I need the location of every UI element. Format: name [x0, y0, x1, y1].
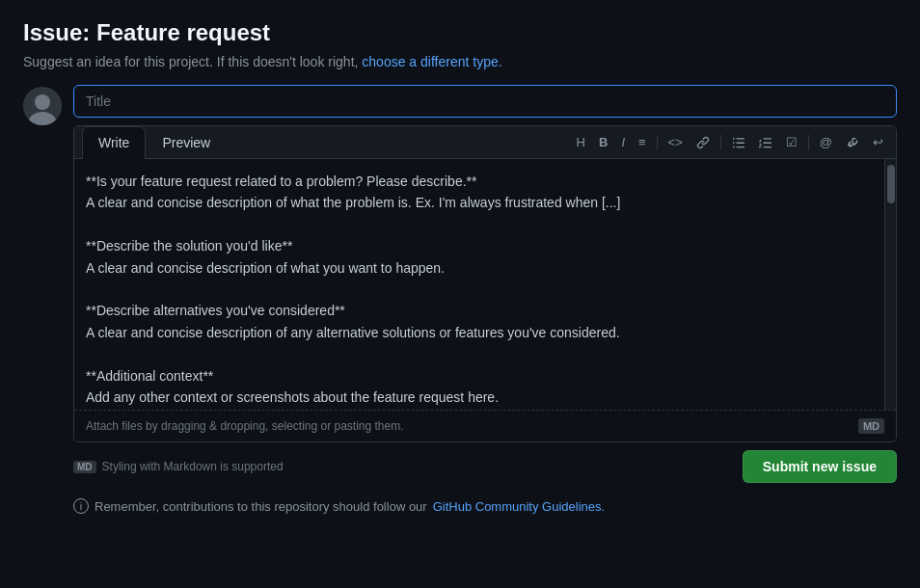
- change-type-link[interactable]: choose a different type.: [362, 54, 501, 69]
- ordered-list-button[interactable]: [754, 132, 777, 153]
- task-list-button[interactable]: ☑: [781, 132, 802, 152]
- subtitle: Suggest an idea for this project. If thi…: [23, 54, 897, 69]
- title-input[interactable]: [73, 85, 897, 118]
- submit-button[interactable]: Submit new issue: [743, 450, 897, 483]
- mention-button[interactable]: @: [815, 132, 837, 152]
- community-note: i Remember, contributions to this reposi…: [73, 498, 897, 514]
- footer-bar: MD Styling with Markdown is supported Su…: [73, 450, 897, 483]
- editor-container: Write Preview H B I ≡ <>: [73, 125, 897, 442]
- svg-point-1: [35, 94, 50, 110]
- heading-button[interactable]: H: [572, 132, 590, 152]
- editor-textarea[interactable]: **Is your feature request related to a p…: [74, 159, 884, 410]
- scrollbar-track[interactable]: [884, 159, 896, 410]
- info-icon: i: [73, 498, 89, 514]
- bold-button[interactable]: B: [594, 132, 612, 152]
- unordered-list-button[interactable]: [727, 132, 750, 153]
- editor-wrapper: Write Preview H B I ≡ <>: [73, 85, 897, 514]
- md-icon: MD: [73, 461, 96, 473]
- md-badge: MD: [858, 418, 884, 434]
- link-button[interactable]: [691, 132, 715, 153]
- attach-bar: Attach files by dragging & dropping, sel…: [74, 410, 896, 441]
- attach-text: Attach files by dragging & dropping, sel…: [86, 419, 404, 433]
- community-text: Remember, contributions to this reposito…: [95, 499, 427, 514]
- avatar: [23, 87, 62, 125]
- community-guidelines-link[interactable]: GitHub Community Guidelines.: [433, 499, 605, 514]
- scrollbar-thumb[interactable]: [887, 165, 895, 203]
- toolbar-sep-1: [657, 135, 658, 150]
- issue-form: Write Preview H B I ≡ <>: [23, 85, 897, 514]
- undo-button[interactable]: ↩: [868, 132, 888, 152]
- toolbar-sep-2: [720, 135, 721, 150]
- editor-toolbar: H B I ≡ <> ☑: [572, 128, 888, 157]
- blockquote-button[interactable]: ≡: [634, 132, 651, 152]
- page-title: Issue: Feature request: [23, 19, 897, 46]
- tab-preview[interactable]: Preview: [146, 126, 227, 158]
- tabs: Write Preview: [82, 126, 227, 158]
- italic-button[interactable]: I: [616, 132, 630, 152]
- styling-label: Styling with Markdown is supported: [102, 460, 284, 473]
- code-button[interactable]: <>: [663, 132, 688, 152]
- styling-note: MD Styling with Markdown is supported: [73, 460, 284, 473]
- toolbar-sep-3: [808, 135, 809, 150]
- tab-write[interactable]: Write: [82, 126, 146, 159]
- editor-tabs-bar: Write Preview H B I ≡ <>: [74, 126, 896, 159]
- reference-button[interactable]: [841, 132, 864, 153]
- editor-body: **Is your feature request related to a p…: [74, 159, 896, 410]
